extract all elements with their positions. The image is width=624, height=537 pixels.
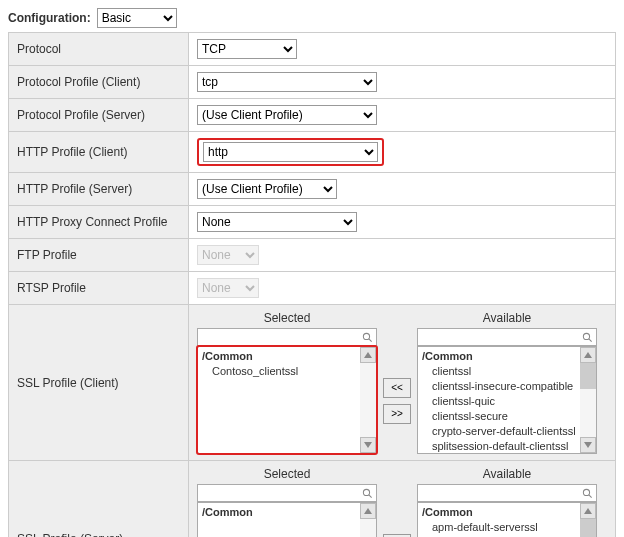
- configuration-select[interactable]: Basic: [97, 8, 177, 28]
- http-profile-server-label: HTTP Profile (Server): [17, 182, 132, 196]
- scrollbar[interactable]: [580, 347, 596, 453]
- search-icon: [362, 488, 373, 499]
- svg-point-12: [583, 489, 589, 495]
- ssl-client-selected-search[interactable]: [197, 328, 377, 346]
- scrollbar[interactable]: [580, 503, 596, 537]
- available-header: Available: [483, 311, 531, 325]
- selected-header: Selected: [264, 311, 311, 325]
- scroll-up-icon[interactable]: [360, 503, 376, 519]
- scrollbar[interactable]: [360, 503, 376, 537]
- svg-marker-3: [364, 442, 372, 448]
- list-item[interactable]: clientssl-secure: [422, 409, 576, 424]
- list-item[interactable]: apm-default-serverssl: [422, 520, 576, 535]
- search-icon: [362, 332, 373, 343]
- svg-marker-10: [364, 508, 372, 514]
- move-left-button[interactable]: <<: [383, 534, 411, 538]
- list-item[interactable]: crypto-server-default-clientssl: [422, 424, 576, 439]
- ftp-profile-label: FTP Profile: [17, 248, 77, 262]
- ssl-server-available-search[interactable]: [417, 484, 597, 502]
- svg-marker-7: [584, 442, 592, 448]
- ssl-profile-server-label: SSL Profile (Server): [17, 532, 123, 538]
- svg-point-4: [583, 333, 589, 339]
- scrollbar[interactable]: [360, 347, 376, 453]
- svg-marker-14: [584, 508, 592, 514]
- svg-line-5: [589, 338, 592, 341]
- ssl-server-available-list[interactable]: /Common apm-default-serverssl cloud-serv…: [417, 502, 597, 537]
- ssl-client-available-list[interactable]: /Common clientssl clientssl-insecure-com…: [417, 346, 597, 454]
- list-item[interactable]: Contoso_clientssl: [202, 364, 356, 379]
- http-profile-client-select[interactable]: http: [203, 142, 378, 162]
- svg-point-0: [363, 333, 369, 339]
- folder-label: /Common: [202, 505, 356, 520]
- ftp-profile-select: None: [197, 245, 259, 265]
- http-proxy-connect-label: HTTP Proxy Connect Profile: [17, 215, 168, 229]
- ssl-server-dual-list: Selected /Common: [197, 467, 607, 537]
- svg-line-9: [369, 494, 372, 497]
- ssl-profile-client-label: SSL Profile (Client): [17, 376, 119, 390]
- scroll-down-icon[interactable]: [360, 437, 376, 453]
- protocol-profile-server-label: Protocol Profile (Server): [17, 108, 145, 122]
- move-left-button[interactable]: <<: [383, 378, 411, 398]
- scroll-up-icon[interactable]: [580, 503, 596, 519]
- list-item[interactable]: splitsession-default-clientssl: [422, 439, 576, 453]
- config-table: Protocol TCP Protocol Profile (Client) t…: [8, 32, 616, 537]
- configuration-label: Configuration:: [8, 11, 91, 25]
- ssl-client-selected-list[interactable]: /Common Contoso_clientssl: [197, 346, 377, 454]
- rtsp-profile-select: None: [197, 278, 259, 298]
- svg-marker-6: [584, 352, 592, 358]
- svg-line-13: [589, 494, 592, 497]
- available-header: Available: [483, 467, 531, 481]
- scroll-up-icon[interactable]: [360, 347, 376, 363]
- list-item[interactable]: clientssl-insecure-compatible: [422, 379, 576, 394]
- move-right-button[interactable]: >>: [383, 404, 411, 424]
- ssl-server-selected-search[interactable]: [197, 484, 377, 502]
- protocol-profile-server-select[interactable]: (Use Client Profile): [197, 105, 377, 125]
- rtsp-profile-label: RTSP Profile: [17, 281, 86, 295]
- protocol-label: Protocol: [17, 42, 61, 56]
- svg-line-1: [369, 338, 372, 341]
- list-item[interactable]: clientssl-quic: [422, 394, 576, 409]
- ssl-client-dual-list: Selected /Common Contoso_clientssl: [197, 311, 607, 454]
- protocol-select[interactable]: TCP: [197, 39, 297, 59]
- scroll-up-icon[interactable]: [580, 347, 596, 363]
- svg-marker-2: [364, 352, 372, 358]
- folder-label: /Common: [202, 349, 356, 364]
- svg-point-8: [363, 489, 369, 495]
- http-profile-server-select[interactable]: (Use Client Profile): [197, 179, 337, 199]
- protocol-profile-client-select[interactable]: tcp: [197, 72, 377, 92]
- ssl-client-available-search[interactable]: [417, 328, 597, 346]
- folder-label: /Common: [422, 505, 576, 520]
- ssl-server-selected-list[interactable]: /Common: [197, 502, 377, 537]
- protocol-profile-client-label: Protocol Profile (Client): [17, 75, 140, 89]
- scroll-down-icon[interactable]: [580, 437, 596, 453]
- http-proxy-connect-select[interactable]: None: [197, 212, 357, 232]
- search-icon: [582, 332, 593, 343]
- selected-header: Selected: [264, 467, 311, 481]
- http-profile-client-label: HTTP Profile (Client): [17, 145, 127, 159]
- search-icon: [582, 488, 593, 499]
- http-profile-client-highlight: http: [197, 138, 384, 166]
- folder-label: /Common: [422, 349, 576, 364]
- list-item[interactable]: clientssl: [422, 364, 576, 379]
